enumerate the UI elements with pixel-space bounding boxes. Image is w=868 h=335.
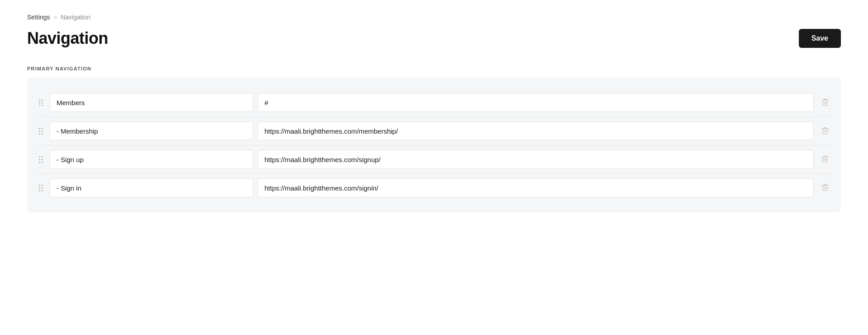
drag-dot xyxy=(39,156,40,158)
drag-dot xyxy=(39,99,40,101)
nav-url-input[interactable] xyxy=(258,93,814,112)
drag-dot xyxy=(42,190,43,191)
save-button[interactable]: Save xyxy=(799,29,841,48)
trash-icon xyxy=(821,155,829,164)
drag-dot xyxy=(39,185,40,186)
drag-dot xyxy=(39,102,40,103)
drag-handle[interactable] xyxy=(36,185,45,191)
delete-row-button[interactable] xyxy=(818,95,832,110)
drag-dot xyxy=(42,156,43,158)
delete-row-button[interactable] xyxy=(818,181,832,195)
table-row xyxy=(36,117,832,145)
drag-dot xyxy=(42,133,43,135)
drag-dot xyxy=(42,130,43,132)
drag-dot xyxy=(39,105,40,106)
drag-dot xyxy=(39,159,40,160)
drag-dot xyxy=(42,185,43,186)
drag-handle[interactable] xyxy=(36,156,45,163)
primary-nav-label: PRIMARY NAVIGATION xyxy=(27,66,841,71)
trash-icon xyxy=(821,126,829,136)
drag-dot xyxy=(39,130,40,132)
primary-nav-section: PRIMARY NAVIGATION xyxy=(27,66,841,213)
drag-dot xyxy=(39,190,40,191)
nav-url-input[interactable] xyxy=(258,121,814,140)
nav-panel xyxy=(27,78,841,213)
table-row xyxy=(36,88,832,117)
breadcrumb: Settings > Navigation xyxy=(27,14,841,21)
nav-url-input[interactable] xyxy=(258,150,814,169)
drag-dot xyxy=(39,162,40,163)
drag-dot xyxy=(42,128,43,129)
drag-handle[interactable] xyxy=(36,99,45,106)
drag-dot xyxy=(39,128,40,129)
trash-icon xyxy=(821,98,829,107)
drag-dot xyxy=(42,99,43,101)
breadcrumb-current: Navigation xyxy=(61,14,90,21)
nav-label-input[interactable] xyxy=(50,178,253,197)
nav-url-input[interactable] xyxy=(258,178,814,197)
drag-dot xyxy=(42,162,43,163)
breadcrumb-separator: > xyxy=(54,14,57,21)
drag-dot xyxy=(39,187,40,189)
page-title: Navigation xyxy=(27,29,108,48)
table-row xyxy=(36,174,832,202)
drag-dot xyxy=(42,105,43,106)
drag-dot xyxy=(39,133,40,135)
nav-label-input[interactable] xyxy=(50,93,253,112)
breadcrumb-settings[interactable]: Settings xyxy=(27,14,50,21)
delete-row-button[interactable] xyxy=(818,124,832,139)
drag-dot xyxy=(42,102,43,103)
page-header: Navigation Save xyxy=(27,29,841,48)
drag-dot xyxy=(42,159,43,160)
trash-icon xyxy=(821,183,829,193)
drag-dot xyxy=(42,187,43,189)
table-row xyxy=(36,145,832,174)
nav-label-input[interactable] xyxy=(50,121,253,140)
delete-row-button[interactable] xyxy=(818,152,832,167)
drag-handle[interactable] xyxy=(36,128,45,135)
nav-label-input[interactable] xyxy=(50,150,253,169)
